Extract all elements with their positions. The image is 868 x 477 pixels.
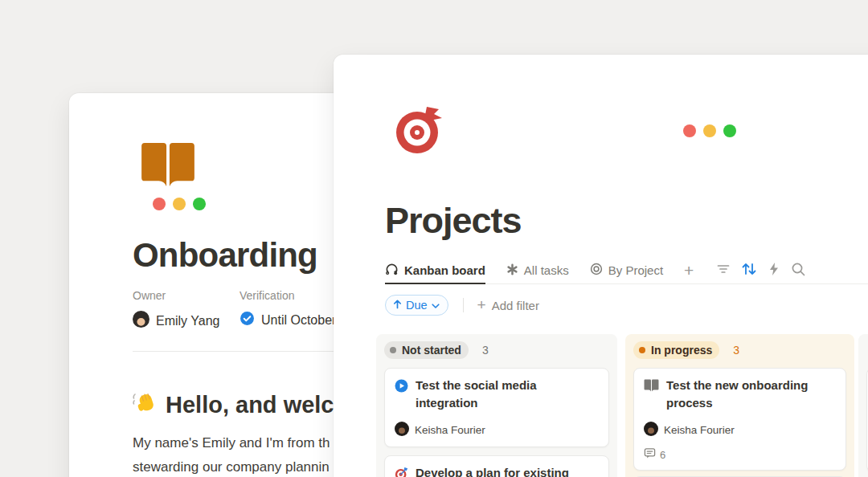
target-icon	[590, 263, 603, 278]
tab-all-tasks[interactable]: All tasks	[506, 257, 569, 284]
close-button[interactable]	[153, 198, 166, 210]
column-partial	[858, 334, 868, 477]
verification-property[interactable]: Verification Until October	[240, 289, 346, 331]
filter-bar: Due + Add filter	[385, 295, 539, 316]
kanban-board: Not started 3 Test the social me	[376, 334, 868, 477]
card-title-line: Develop a plan for existing	[416, 464, 569, 477]
add-view-button[interactable]: +	[684, 257, 694, 284]
waving-hand-icon	[133, 390, 158, 420]
divider	[463, 298, 464, 312]
book-icon	[644, 379, 659, 395]
page-title: Onboarding	[133, 236, 317, 275]
dart-emoji-icon	[395, 467, 408, 477]
emily-avatar	[133, 311, 149, 331]
lightning-icon[interactable]	[768, 262, 780, 279]
owner-property[interactable]: Owner Emily Yang	[133, 289, 240, 331]
arrow-up-icon	[393, 299, 402, 312]
column-not-started: Not started 3 Test the social me	[376, 334, 617, 477]
zoom-button[interactable]	[723, 124, 736, 137]
desktop-background: Onboarding Owner Emily Yang Verifica	[0, 0, 868, 477]
section-heading-text: Hello, and welc	[166, 392, 334, 418]
window-controls	[683, 124, 736, 137]
assignee-name: Keisha Fourier	[664, 424, 735, 436]
card-test-social-media[interactable]: Test the social media integration	[384, 368, 609, 447]
page-properties: Owner Emily Yang Verification	[133, 289, 346, 331]
add-filter-button[interactable]: + Add filter	[477, 296, 539, 314]
status-dot	[639, 347, 645, 353]
card-title-line: Test the new onboarding	[666, 377, 808, 394]
cycle-icon	[385, 262, 399, 278]
owner-label: Owner	[133, 289, 240, 302]
paragraph-line: My name's Emily and I'm from th	[133, 431, 330, 455]
owner-value: Emily Yang	[156, 314, 219, 328]
dart-target-icon[interactable]	[393, 104, 446, 160]
card-develop-plan[interactable]: Develop a plan for existing	[384, 455, 609, 477]
card-test-onboarding[interactable]: Test the new onboarding process	[633, 368, 846, 471]
tab-label: All tasks	[524, 263, 569, 277]
asterisk-icon	[506, 263, 518, 278]
view-tabs: Kanban board All tasks	[385, 257, 868, 284]
verification-value: Until October	[261, 313, 336, 328]
chevron-down-icon	[432, 299, 440, 312]
section-heading: Hello, and welc	[133, 390, 334, 420]
keisha-avatar	[395, 422, 409, 438]
intro-paragraph: My name's Emily and I'm from th stewardi…	[133, 431, 330, 477]
minimize-button[interactable]	[173, 198, 186, 210]
plus-icon: +	[477, 296, 486, 314]
column-count: 3	[733, 344, 739, 357]
open-book-icon[interactable]	[140, 141, 196, 191]
close-button[interactable]	[683, 124, 696, 137]
filter-icon[interactable]	[716, 262, 731, 279]
verification-label: Verification	[240, 289, 346, 302]
tab-label: By Project	[608, 263, 663, 277]
view-toolbar	[716, 257, 805, 284]
tab-by-project[interactable]: By Project	[590, 257, 663, 284]
column-in-progress: In progress 3 Test the new onboa	[625, 334, 854, 477]
search-icon[interactable]	[791, 262, 805, 279]
assignee-name: Keisha Fourier	[415, 424, 485, 436]
status-label: In progress	[651, 344, 712, 357]
window-controls	[153, 198, 206, 210]
tab-kanban-board[interactable]: Kanban board	[385, 257, 485, 284]
status-pill-in-progress[interactable]: In progress	[633, 341, 719, 359]
card-title-line: Test the social media	[416, 377, 537, 394]
paragraph-line: stewarding our company plannin	[133, 455, 330, 477]
sort-pill-label: Due	[406, 299, 428, 312]
comment-icon	[644, 447, 656, 462]
add-filter-label: Add filter	[492, 299, 539, 312]
tab-label: Kanban board	[404, 263, 485, 277]
minimize-button[interactable]	[703, 124, 716, 137]
card-title-line: integration	[416, 394, 537, 412]
page-title: Projects	[385, 200, 522, 242]
play-icon	[395, 379, 408, 396]
sort-icon[interactable]	[741, 262, 757, 279]
comment-count: 6	[660, 449, 665, 461]
zoom-button[interactable]	[193, 198, 206, 210]
status-pill-not-started[interactable]: Not started	[384, 341, 469, 359]
column-count: 3	[482, 344, 489, 357]
card-title-line: process	[666, 394, 808, 412]
keisha-avatar	[644, 422, 658, 438]
verified-badge-icon	[240, 311, 255, 329]
status-dot	[390, 347, 396, 353]
sort-due-pill[interactable]: Due	[385, 295, 448, 316]
projects-window: Projects Kanban board	[334, 55, 868, 477]
status-label: Not started	[402, 344, 461, 357]
